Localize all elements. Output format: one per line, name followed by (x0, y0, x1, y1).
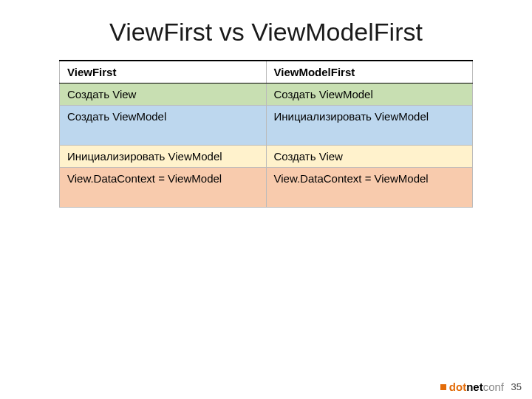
logo-square-icon (440, 384, 446, 390)
cell: Создать ViewModel (266, 83, 473, 106)
table-header-row: ViewFirst ViewModelFirst (60, 61, 473, 83)
header-viewfirst: ViewFirst (60, 61, 267, 83)
logo-net: net (466, 381, 483, 393)
cell: Инициализировать ViewModel (266, 106, 473, 146)
logo-dot: dot (449, 381, 466, 393)
slide-title: ViewFirst vs ViewModelFirst (0, 0, 532, 60)
footer: dotnetconf 35 (440, 381, 522, 393)
cell: Создать View (266, 146, 473, 168)
header-viewmodelfirst: ViewModelFirst (266, 61, 473, 83)
cell: View.DataContext = ViewModel (266, 168, 473, 208)
logo-conf: conf (483, 381, 504, 393)
table-row: Инициализировать ViewModel Создать View (60, 146, 473, 168)
cell: Создать ViewModel (60, 106, 267, 146)
cell: Инициализировать ViewModel (60, 146, 267, 168)
table-row: Создать ViewModel Инициализировать ViewM… (60, 106, 473, 146)
table-row: View.DataContext = ViewModel View.DataCo… (60, 168, 473, 208)
cell: Создать View (60, 83, 267, 106)
dotnetconf-logo: dotnetconf (440, 381, 504, 393)
cell: View.DataContext = ViewModel (60, 168, 267, 208)
table-row: Создать View Создать ViewModel (60, 83, 473, 106)
comparison-table: ViewFirst ViewModelFirst Создать View Со… (59, 60, 473, 208)
page-number: 35 (508, 381, 522, 392)
